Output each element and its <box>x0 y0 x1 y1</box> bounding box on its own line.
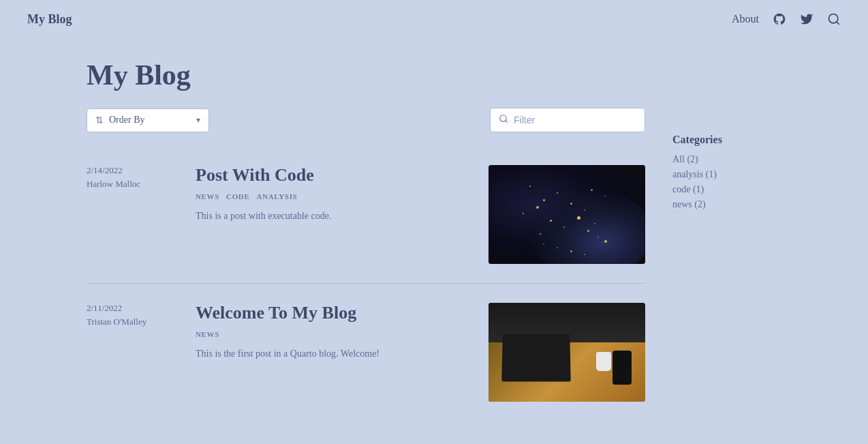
post-content: Post With Code NEWS CODE ANALYSIS This i… <box>196 165 475 224</box>
category-code[interactable]: code (1) <box>672 184 781 195</box>
filter-search-icon <box>499 114 508 126</box>
svg-line-3 <box>506 121 508 123</box>
post-content: Welcome To My Blog NEWS This is the firs… <box>196 303 475 361</box>
post-item: 2/14/2022 Harlow Malloc Post With Code N… <box>87 149 645 280</box>
about-link[interactable]: About <box>732 13 759 25</box>
content-area: My Blog ⇅ Order By ▾ <box>87 59 645 418</box>
github-icon[interactable] <box>773 12 786 26</box>
post-description: This is a post with executable code. <box>196 209 475 224</box>
post-tag-news: NEWS <box>196 192 219 201</box>
post-author: Tristan O'Malley <box>87 316 182 327</box>
post-tags: NEWS <box>196 330 475 338</box>
filter-input[interactable] <box>514 115 636 125</box>
post-author: Harlow Malloc <box>87 179 182 190</box>
category-news[interactable]: news (2) <box>672 199 781 210</box>
post-tag-news: NEWS <box>196 330 219 338</box>
filter-input-wrapper <box>490 108 645 132</box>
nav-right: About <box>732 12 841 26</box>
post-date: 2/11/2022 <box>87 303 182 314</box>
sort-icon: ⇅ <box>95 115 104 126</box>
svg-line-1 <box>837 22 839 25</box>
post-tags: NEWS CODE ANALYSIS <box>196 192 475 201</box>
post-date: 2/14/2022 <box>87 165 182 176</box>
twitter-icon[interactable] <box>800 12 813 26</box>
categories-title: Categories <box>672 134 781 146</box>
main-container: My Blog ⇅ Order By ▾ <box>59 38 809 439</box>
post-tag-code: CODE <box>226 192 249 201</box>
search-icon[interactable] <box>827 12 841 26</box>
post-title[interactable]: Welcome To My Blog <box>196 303 475 323</box>
post-title[interactable]: Post With Code <box>196 165 475 186</box>
order-by-label: Order By <box>109 115 191 125</box>
order-by-select[interactable]: ⇅ Order By ▾ <box>87 108 209 132</box>
nav-brand[interactable]: My Blog <box>27 12 72 27</box>
chevron-down-icon: ▾ <box>196 115 200 125</box>
post-meta: 2/11/2022 Tristan O'Malley <box>87 303 182 327</box>
post-list: 2/14/2022 Harlow Malloc Post With Code N… <box>87 149 645 418</box>
category-all[interactable]: All (2) <box>672 154 781 165</box>
post-item: 2/11/2022 Tristan O'Malley Welcome To My… <box>87 286 645 418</box>
post-description: This is the first post in a Quarto blog.… <box>196 346 475 361</box>
post-meta: 2/14/2022 Harlow Malloc <box>87 165 182 190</box>
navbar: My Blog About <box>0 0 868 38</box>
post-image-desk[interactable] <box>489 303 645 402</box>
post-tag-analysis: ANALYSIS <box>256 192 297 201</box>
sidebar: Categories All (2) analysis (1) code (1)… <box>672 59 781 418</box>
page-title: My Blog <box>87 59 645 91</box>
category-analysis[interactable]: analysis (1) <box>672 169 781 180</box>
post-image-earth[interactable] <box>489 165 645 264</box>
toolbar: ⇅ Order By ▾ <box>87 108 645 132</box>
